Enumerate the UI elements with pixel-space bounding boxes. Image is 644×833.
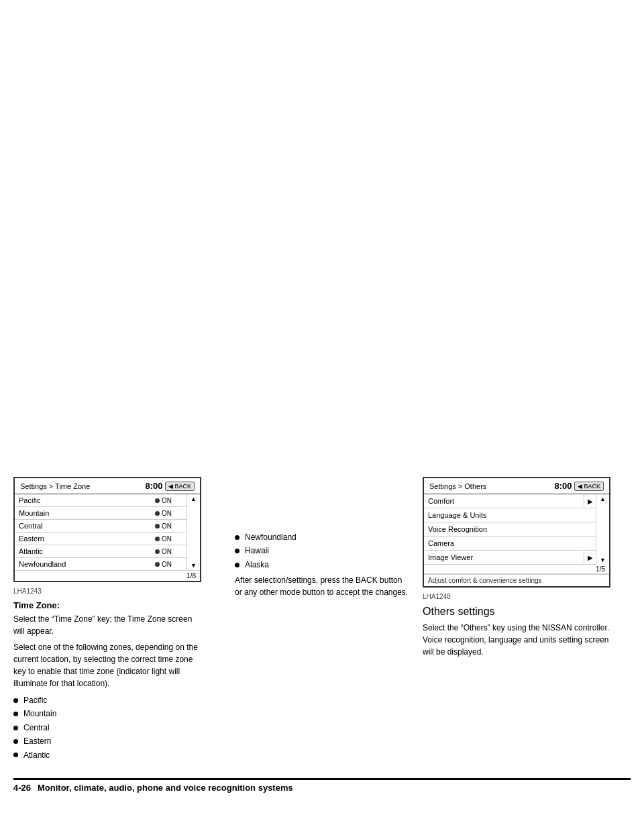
on-indicator: ON (155, 497, 172, 504)
screen-title-left: Settings > Time Zone (20, 482, 90, 490)
bullet-dot (13, 753, 18, 757)
list-row[interactable]: Mountain ON (15, 507, 186, 520)
page-indicator-left: 1/8 (186, 572, 196, 579)
bullet-text: Mountain (23, 707, 56, 720)
screen-footer-left: 1/8 (15, 570, 200, 581)
time-zone-heading: Time Zone: (13, 600, 60, 610)
list-row[interactable]: Eastern ON (15, 533, 186, 545)
others-row-label: Comfort (428, 497, 454, 505)
status-text: ON (162, 548, 172, 555)
status-text: ON (162, 497, 172, 504)
others-row-label: Voice Recognition (428, 525, 487, 533)
list-row[interactable]: Central ON (15, 520, 186, 533)
list-item: Mountain (13, 707, 56, 720)
list-item: Eastern (13, 734, 56, 748)
screen-header-left: Settings > Time Zone 8:00 ◀ BACK (15, 478, 200, 494)
others-row-label: Camera (428, 539, 454, 547)
left-section: Settings > Time Zone 8:00 ◀ BACK Pacific (13, 477, 221, 765)
list-row[interactable]: Pacific ON (15, 494, 186, 507)
scroll-up-icon[interactable]: ▲ (191, 496, 197, 502)
on-indicator: ON (155, 561, 172, 568)
time-zone-bullet-list: PacificMountainCentralEasternAtlantic (13, 693, 56, 762)
others-row[interactable]: Language & Units (424, 508, 596, 522)
scrollbar-left[interactable]: ▲ ▼ (186, 494, 200, 570)
screen-time-left: 8:00 (145, 481, 162, 491)
on-indicator: ON (155, 510, 172, 517)
rows-area-left: Pacific ON Mountain ON Central ON Easter… (15, 494, 186, 570)
back-button-right[interactable]: ◀ BACK (574, 482, 604, 491)
others-row[interactable]: Voice Recognition (424, 522, 596, 537)
scrollbar-right[interactable]: ▲ ▼ (596, 494, 609, 565)
scroll-up-icon-right[interactable]: ▲ (600, 496, 606, 502)
bullet-dot (13, 698, 18, 703)
bullet-dot (13, 739, 18, 744)
after-text: After selection/settings, press the BACK… (235, 574, 409, 598)
others-row[interactable]: Image Viewer ▶ (424, 551, 596, 565)
status-text: ON (162, 561, 172, 568)
on-indicator: ON (155, 535, 172, 543)
back-label-left: BACK (174, 483, 191, 490)
list-item: Hawaii (235, 544, 297, 557)
screen-time-area-left: 8:00 ◀ BACK (145, 481, 195, 491)
bullet-text: Eastern (23, 734, 51, 748)
list-item: Pacific (13, 693, 56, 707)
screen-body-wrapper-right: Comfort ▶ Language & Units Voice Recogni… (424, 494, 609, 565)
status-dot (155, 498, 160, 503)
row-right: ON (155, 535, 172, 543)
others-row-label: Language & Units (428, 511, 486, 519)
on-indicator: ON (155, 522, 172, 530)
scroll-down-icon[interactable]: ▼ (191, 562, 197, 569)
others-row[interactable]: Comfort ▶ (424, 494, 596, 508)
row-arrow-icon[interactable]: ▶ (584, 494, 596, 508)
list-row[interactable]: Atlantic ON (15, 545, 186, 558)
main-content: Settings > Time Zone 8:00 ◀ BACK Pacific (13, 477, 631, 765)
row-right: ON (155, 497, 172, 504)
status-dot (155, 511, 160, 516)
rows-area-right: Comfort ▶ Language & Units Voice Recogni… (424, 494, 596, 565)
row-right: ON (155, 510, 172, 517)
bullet-text: Pacific (23, 693, 47, 707)
screen-time-right: 8:00 (554, 481, 572, 491)
list-row[interactable]: Newfoundland ON (15, 558, 186, 570)
status-dot (155, 562, 160, 567)
bullet-dot (13, 726, 18, 730)
lha-label-right: LHA1248 (423, 593, 451, 600)
bullet-text: Central (23, 721, 50, 734)
bullet-dot (235, 563, 239, 567)
back-arrow-icon-left: ◀ (168, 483, 173, 490)
page-indicator-right: 1/5 (596, 565, 605, 573)
bullet-dot (235, 535, 239, 540)
middle-bullet-list: NewfoundlandHawaiiAlaska (235, 531, 297, 571)
row-label: Pacific (19, 496, 40, 504)
others-row-label: Image Viewer (428, 553, 473, 561)
list-item: Central (13, 721, 56, 734)
time-zone-para2: Select one of the following zones, depen… (13, 641, 201, 689)
scroll-down-icon-right[interactable]: ▼ (600, 557, 606, 563)
others-row[interactable]: Camera (424, 537, 596, 551)
time-zone-screen: Settings > Time Zone 8:00 ◀ BACK Pacific (13, 477, 201, 582)
bullet-text: Hawaii (245, 544, 269, 557)
back-button-left[interactable]: ◀ BACK (165, 482, 195, 491)
footer-page-num: 4-26 (13, 783, 31, 793)
others-footer-text: Adjust comfort & convenience settings (424, 574, 609, 586)
list-item: Newfoundland (235, 531, 297, 544)
status-text: ON (162, 522, 172, 530)
row-right: ON (155, 548, 172, 555)
screen-time-area-right: 8:00 ◀ BACK (554, 481, 604, 491)
middle-section: NewfoundlandHawaiiAlaska After selection… (221, 477, 423, 602)
row-arrow-icon[interactable]: ▶ (584, 551, 596, 564)
list-item: Alaska (235, 558, 297, 571)
row-label: Newfoundland (19, 560, 66, 568)
bullet-text: Atlantic (23, 748, 50, 762)
lha-label-left: LHA1243 (13, 588, 42, 595)
footer-text: Monitor, climate, audio, phone and voice… (38, 783, 293, 793)
bullet-dot (235, 549, 239, 553)
bullet-text: Newfoundland (245, 531, 297, 544)
screen-title-right: Settings > Others (429, 482, 486, 490)
bullet-text: Alaska (245, 558, 269, 571)
bullet-dot (13, 712, 18, 716)
status-dot (155, 524, 160, 529)
row-right: ON (155, 561, 172, 568)
row-right: ON (155, 522, 172, 530)
row-label: Central (19, 522, 42, 530)
